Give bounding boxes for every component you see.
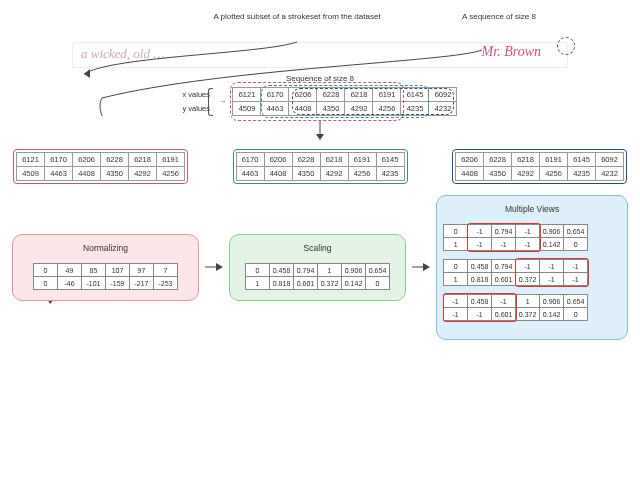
arrow-stage-1 (205, 260, 223, 276)
view-1: 0-10.794-10.9060.6541-1-1-10.1420 (443, 224, 588, 257)
cell: 4232 (429, 102, 457, 116)
cell: 0.372 (318, 277, 342, 290)
cell: -253 (153, 277, 177, 290)
svg-marker-2 (316, 134, 324, 140)
cell: 6170 (236, 153, 264, 167)
cell: 6092 (596, 153, 624, 167)
cell: 0.142 (540, 308, 564, 321)
cell: -101 (81, 277, 105, 290)
cell: -217 (129, 277, 153, 290)
subsequence-table: 6170620662286218619161454463440843504292… (236, 152, 405, 181)
view-3: -10.458-110.9060.654-1-10.6010.3720.1420 (443, 294, 588, 327)
cell: 1 (444, 238, 468, 251)
arrow-stage-2 (412, 260, 430, 276)
sequence-table: 6121617062066228621861916145609245094463… (232, 87, 457, 116)
cell: 0.601 (294, 277, 318, 290)
cell: 4350 (101, 167, 129, 181)
arrow-down-icon (310, 120, 330, 142)
view-table: 0-10.794-10.9060.6541-1-1-10.1420 (443, 224, 588, 251)
cell: 6145 (376, 153, 404, 167)
cell: -1 (516, 260, 540, 273)
cell: 6228 (484, 153, 512, 167)
cell: 6092 (429, 88, 457, 102)
cell: -1 (540, 260, 564, 273)
cell: 0.372 (516, 308, 540, 321)
cell: 6191 (348, 153, 376, 167)
cell: 6228 (317, 88, 345, 102)
cell: 4408 (73, 167, 101, 181)
subsequence-table: 6206622862186191614560924408435042924256… (455, 152, 624, 181)
cell: 6191 (540, 153, 568, 167)
cell: 6206 (73, 153, 101, 167)
cell: 4235 (568, 167, 596, 181)
cell: 0 (246, 264, 270, 277)
cell: 4232 (596, 167, 624, 181)
cell: 1 (444, 273, 468, 286)
cell: -1 (516, 238, 540, 251)
cell: 0.142 (342, 277, 366, 290)
stage-scaling: Scaling 00.4580.79410.9060.65410.8180.60… (229, 234, 406, 301)
cell: 0 (564, 238, 588, 251)
stage-normalizing: Normalizing 049851079770-46-101-159-217-… (12, 234, 199, 301)
view-2: 00.4580.794-1-1-110.8180.6010.372-1-1 (443, 259, 588, 292)
cell: 4292 (129, 167, 157, 181)
cell: 0 (33, 264, 57, 277)
cell: 4350 (484, 167, 512, 181)
normalizing-table: 049851079770-46-101-159-217-253 (33, 263, 178, 290)
cell: -1 (492, 238, 516, 251)
cell: 0 (444, 225, 468, 238)
cell: 0 (33, 277, 57, 290)
cell: 6228 (101, 153, 129, 167)
cell: 0.458 (468, 260, 492, 273)
cell: 97 (129, 264, 153, 277)
cell: 6145 (401, 88, 429, 102)
cell: -1 (444, 308, 468, 321)
cell: 4509 (17, 167, 45, 181)
cell: 4256 (540, 167, 568, 181)
multiple-views-container: 0-10.794-10.9060.6541-1-1-10.142000.4580… (443, 224, 621, 329)
cell: 4350 (292, 167, 320, 181)
cell: 0.654 (366, 264, 390, 277)
caption-right: A sequence of size 8 (454, 12, 544, 22)
svg-marker-7 (423, 263, 430, 271)
stage-multiple-views: Multiple Views 0-10.794-10.9060.6541-1-1… (436, 195, 628, 340)
cell: 6218 (320, 153, 348, 167)
cell: 4256 (157, 167, 185, 181)
sequence-block: x values y values → 61216170620662286218… (183, 87, 458, 116)
normalizing-title: Normalizing (19, 243, 192, 253)
scaling-title: Scaling (236, 243, 399, 253)
cell: 0 (366, 277, 390, 290)
cell: -1 (564, 273, 588, 286)
cell: 4235 (401, 102, 429, 116)
view-table: 00.4580.794-1-1-110.8180.6010.372-1-1 (443, 259, 588, 286)
subsequence-table: 6121617062066228621861914509446344084350… (16, 152, 185, 181)
multiple-views-title: Multiple Views (443, 204, 621, 214)
cell: 6170 (45, 153, 73, 167)
cell: 0.142 (540, 238, 564, 251)
cell: -1 (468, 238, 492, 251)
cell: 0.906 (540, 225, 564, 238)
cell: 6121 (17, 153, 45, 167)
scaling-table: 00.4580.79410.9060.65410.8180.6010.3720.… (245, 263, 390, 290)
stages-row: Normalizing 049851079770-46-101-159-217-… (12, 195, 628, 340)
cell: 4256 (348, 167, 376, 181)
cell: 4408 (456, 167, 484, 181)
cell: 0.794 (492, 225, 516, 238)
view-table: -10.458-110.9060.654-1-10.6010.3720.1420 (443, 294, 588, 321)
cell: 7 (153, 264, 177, 277)
cell: -1 (516, 225, 540, 238)
caption-left: A plotted subset of a strokeset from the… (212, 12, 382, 22)
cell: -1 (444, 295, 468, 308)
cell: -1 (564, 260, 588, 273)
cell: 0.372 (516, 273, 540, 286)
cell: 4235 (376, 167, 404, 181)
cell: 0.601 (492, 273, 516, 286)
cell: 1 (246, 277, 270, 290)
brace-icon (208, 88, 213, 116)
cell: -1 (492, 295, 516, 308)
cell: 0.906 (342, 264, 366, 277)
cell: 0.794 (492, 260, 516, 273)
cell: 0.794 (294, 264, 318, 277)
cell: 4408 (264, 167, 292, 181)
svg-marker-5 (216, 263, 223, 271)
